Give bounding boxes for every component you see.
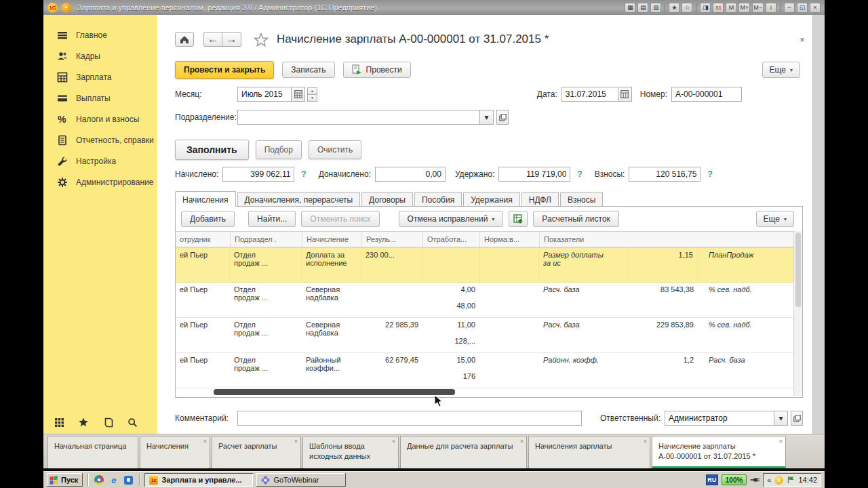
post-button[interactable]: Провести: [343, 62, 411, 78]
tab-close-icon[interactable]: ×: [203, 439, 207, 444]
window-tab-accruals[interactable]: Начисления×: [140, 436, 210, 468]
contributions-help-link[interactable]: ?: [707, 169, 712, 179]
comment-input[interactable]: [237, 411, 582, 426]
sidebar-item-main[interactable]: Главное: [43, 24, 157, 45]
search-icon[interactable]: [126, 416, 138, 428]
cancel-search-button[interactable]: Отменить поиск: [301, 211, 379, 227]
tab-accruals[interactable]: Начисления: [175, 191, 236, 207]
payslip-button[interactable]: Расчетный листок: [533, 211, 618, 227]
window-tab-salary-data[interactable]: Данные для расчета зарплаты×: [400, 436, 527, 468]
tab-close-icon[interactable]: ×: [779, 439, 783, 444]
add-favorite-icon[interactable]: ★: [669, 3, 679, 13]
spin-up-icon[interactable]: ▲: [307, 87, 317, 95]
battery-indicator[interactable]: 100%: [722, 474, 747, 485]
withheld-help-link[interactable]: ?: [577, 169, 582, 179]
table-row[interactable]: ей Пьер Отдел продаж ... Северная надбав…: [176, 283, 802, 318]
memory-icon[interactable]: M: [726, 3, 736, 13]
memory-plus-icon[interactable]: M+: [738, 3, 750, 13]
tab-close-icon[interactable]: ×: [392, 439, 395, 444]
add-row-button[interactable]: Добавить: [181, 211, 235, 227]
history-icon[interactable]: [102, 416, 114, 428]
col-header-employee[interactable]: отрудник: [176, 232, 230, 247]
home-button[interactable]: [175, 32, 194, 47]
department-dropdown-button[interactable]: ▾: [480, 110, 494, 125]
form-close-button[interactable]: ×: [797, 35, 807, 45]
col-header-norm[interactable]: Норма:в...: [479, 232, 539, 247]
tab-benefits[interactable]: Пособия: [414, 192, 462, 207]
department-open-button[interactable]: [496, 110, 509, 125]
contributions-input[interactable]: [629, 167, 701, 182]
table-row[interactable]: ей Пьер Отдел продаж ... Районный коэффи…: [176, 353, 802, 388]
browser-ie-icon[interactable]: e: [108, 474, 119, 486]
scrollbar-thumb[interactable]: [795, 232, 801, 307]
accrued-help-link[interactable]: ?: [301, 169, 306, 179]
spin-down-icon[interactable]: ▼: [307, 95, 317, 102]
post-and-close-button[interactable]: Провести и закрыть: [175, 61, 274, 79]
window-tab-current-document[interactable]: Начисление зарплатыА-00-000001 от 31.07.…: [652, 436, 786, 468]
calculator-icon[interactable]: ◨: [700, 3, 711, 13]
col-header-indicators[interactable]: Показатели: [539, 232, 802, 247]
pick-button[interactable]: Подбор: [256, 140, 302, 159]
sidebar-item-administration[interactable]: Администрирование: [43, 171, 157, 192]
date-calendar-button[interactable]: [618, 87, 632, 102]
table-row[interactable]: ей Пьер Отдел продаж ... Доплата за испо…: [176, 247, 802, 283]
sidebar-item-salary[interactable]: Зарплата: [43, 66, 157, 87]
col-header-worked[interactable]: Отработа...: [422, 232, 479, 247]
taskbar-task-gotowebinar[interactable]: GoToWebinar: [256, 473, 346, 487]
find-button[interactable]: Найти...: [248, 211, 296, 227]
col-header-department[interactable]: Подраздел .: [230, 232, 302, 247]
month-calendar-button[interactable]: [292, 87, 305, 102]
favorites-star-icon[interactable]: [77, 416, 90, 428]
undo-corrections-button[interactable]: Отмена исправлений ▾: [399, 211, 504, 227]
info-icon[interactable]: i: [766, 3, 776, 13]
print-preview-icon[interactable]: ▥: [650, 3, 661, 13]
messenger-icon[interactable]: [123, 474, 134, 486]
tab-close-icon[interactable]: ×: [520, 439, 524, 444]
clock[interactable]: 14:42: [798, 476, 817, 484]
favorite-toggle-star-icon[interactable]: [254, 33, 269, 47]
browser-chrome-icon[interactable]: [93, 474, 104, 486]
window-tab-salary-accruals[interactable]: Начисления зарплаты×: [528, 436, 650, 468]
vertical-scrollbar[interactable]: [793, 231, 802, 396]
more-button[interactable]: Еще ▾: [762, 62, 800, 78]
window-tab-home[interactable]: Начальная страница: [47, 436, 138, 468]
sidebar-item-settings[interactable]: Настройка: [43, 150, 157, 171]
write-button[interactable]: Записать: [282, 62, 334, 78]
table-row[interactable]: ей Пьер Отдел продаж ... Северная надбав…: [176, 318, 802, 353]
favorites-icon[interactable]: ☆: [682, 3, 692, 13]
print-icon[interactable]: ▤: [637, 3, 648, 13]
close-icon[interactable]: ×: [810, 3, 821, 13]
sidebar-item-reports[interactable]: Отчетность, справки: [43, 129, 157, 150]
tab-close-icon[interactable]: ×: [294, 439, 298, 444]
functions-menu-icon[interactable]: [53, 416, 65, 428]
tray-info-icon[interactable]: i: [774, 476, 783, 485]
tab-additional-accruals[interactable]: Доначисления, перерасчеты: [237, 192, 360, 207]
payslip-table-icon-button[interactable]: [509, 211, 528, 227]
sidebar-item-payments[interactable]: Выплаты: [43, 87, 157, 108]
window-tab-salary-calc[interactable]: Расчет зарплаты×: [212, 436, 301, 468]
taskbar-task-1c[interactable]: 1с Зарплата и управле...: [144, 473, 253, 487]
withheld-input[interactable]: [498, 167, 570, 182]
accrued-input[interactable]: [222, 167, 294, 182]
responsible-input[interactable]: [665, 411, 774, 426]
number-input[interactable]: [671, 87, 742, 102]
tab-deductions[interactable]: Удержания: [463, 192, 520, 207]
restore-icon[interactable]: ◱: [797, 3, 808, 13]
responsible-open-button[interactable]: [791, 411, 803, 426]
sidebar-item-hr[interactable]: Кадры: [43, 45, 157, 66]
memory-minus-icon[interactable]: M−: [752, 3, 764, 13]
horizontal-scrollbar[interactable]: [214, 389, 455, 395]
fill-button[interactable]: Заполнить: [175, 140, 249, 160]
app-logo-icon[interactable]: 1С: [47, 3, 58, 13]
tray-collapse-icon[interactable]: «: [767, 476, 771, 484]
language-indicator[interactable]: RU: [706, 474, 718, 485]
titlebar-dropdown-icon[interactable]: ▾: [61, 3, 71, 13]
col-header-result[interactable]: Резуль...: [361, 232, 422, 247]
sidebar-item-taxes[interactable]: % Налоги и взносы: [43, 108, 157, 129]
calendar-icon[interactable]: 31: [713, 3, 724, 13]
table-more-button[interactable]: Еще ▾: [756, 211, 794, 227]
col-header-accrual[interactable]: Начисление: [302, 232, 361, 247]
back-button[interactable]: ←: [203, 32, 222, 47]
clear-button[interactable]: Очистить: [309, 140, 361, 159]
forward-button[interactable]: →: [222, 32, 241, 47]
